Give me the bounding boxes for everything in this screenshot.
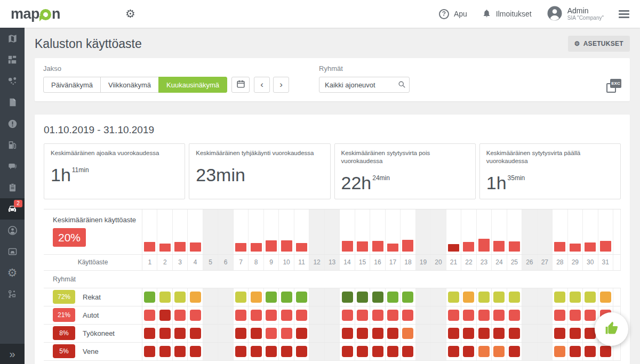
utilization-bar[interactable] — [402, 240, 413, 252]
utilization-square[interactable] — [281, 292, 292, 303]
bar-cell-day-23[interactable] — [477, 209, 492, 254]
group-cell-day-3[interactable] — [173, 343, 188, 360]
group-cell-day-31[interactable] — [598, 288, 613, 306]
group-cell-day-9[interactable] — [264, 343, 279, 360]
group-cell-day-15[interactable] — [355, 306, 370, 324]
bar-cell-day-30[interactable] — [583, 209, 598, 254]
group-cell-day-14[interactable] — [340, 306, 355, 324]
group-cell-day-8[interactable] — [249, 325, 263, 342]
topbar-gear-icon[interactable]: ⚙ — [125, 7, 135, 20]
group-cell-day-18[interactable] — [401, 325, 415, 342]
group-cell-day-13[interactable] — [325, 288, 340, 306]
utilization-square[interactable] — [570, 346, 581, 357]
group-cell-day-15[interactable] — [355, 288, 370, 306]
utilization-square[interactable] — [554, 346, 565, 357]
utilization-square[interactable] — [159, 346, 171, 357]
utilization-square[interactable] — [174, 310, 186, 321]
group-cell-day-21[interactable] — [446, 343, 461, 360]
period-week-button[interactable]: Viikkonäkymä — [100, 77, 159, 93]
utilization-square[interactable] — [235, 310, 246, 321]
utilization-bar[interactable] — [493, 241, 505, 252]
group-cell-day-4[interactable] — [188, 343, 203, 360]
group-name[interactable]: Autot — [83, 311, 99, 319]
group-cell-day-27[interactable] — [538, 288, 553, 306]
group-cell-day-7[interactable] — [234, 343, 249, 360]
group-cell-day-14[interactable] — [340, 325, 355, 342]
utilization-square[interactable] — [190, 328, 201, 339]
sidebar-item-alerts[interactable] — [0, 113, 25, 134]
group-cell-day-3[interactable] — [173, 288, 188, 306]
utilization-square[interactable] — [570, 292, 581, 303]
bar-cell-day-13[interactable] — [325, 209, 340, 254]
sidebar-item-dashboard[interactable] — [0, 49, 25, 70]
group-cell-day-5[interactable] — [203, 325, 218, 342]
utilization-bar[interactable] — [144, 242, 155, 252]
group-cell-day-15[interactable] — [355, 325, 370, 342]
group-cell-day-11[interactable] — [294, 325, 309, 342]
group-cell-day-13[interactable] — [325, 306, 340, 324]
utilization-square[interactable] — [144, 328, 155, 339]
utilization-square[interactable] — [570, 328, 581, 339]
bar-cell-day-21[interactable] — [446, 209, 461, 254]
group-cell-day-19[interactable] — [416, 343, 431, 360]
utilization-square[interactable] — [493, 328, 505, 339]
group-cell-day-10[interactable] — [279, 343, 294, 360]
hamburger-menu-icon[interactable] — [619, 9, 629, 20]
utilization-square[interactable] — [190, 292, 201, 303]
bar-cell-day-25[interactable] — [507, 209, 522, 254]
utilization-square[interactable] — [448, 310, 459, 321]
group-cell-day-20[interactable] — [431, 288, 446, 306]
bar-cell-day-9[interactable] — [264, 209, 279, 254]
next-period-button[interactable]: › — [273, 77, 289, 93]
utilization-square[interactable] — [357, 346, 368, 357]
utilization-square[interactable] — [251, 328, 262, 339]
group-cell-day-12[interactable] — [309, 343, 324, 360]
sidebar-item-documents[interactable] — [0, 92, 25, 113]
group-cell-day-26[interactable] — [522, 343, 537, 360]
utilization-bar[interactable] — [372, 241, 383, 252]
utilization-square[interactable] — [266, 328, 277, 339]
utilization-square[interactable] — [478, 346, 490, 357]
period-day-button[interactable]: Päivänäkymä — [43, 77, 101, 93]
group-cell-day-2[interactable] — [157, 343, 172, 360]
utilization-square[interactable] — [190, 346, 201, 357]
group-cell-day-20[interactable] — [431, 306, 446, 324]
utilization-square[interactable] — [372, 292, 383, 303]
mapon-logo[interactable]: mapn — [11, 6, 60, 22]
bar-cell-day-19[interactable] — [416, 209, 431, 254]
group-cell-day-25[interactable] — [507, 288, 522, 306]
utilization-square[interactable] — [509, 328, 520, 339]
utilization-square[interactable] — [463, 310, 474, 321]
group-cell-day-10[interactable] — [279, 306, 294, 324]
group-cell-day-26[interactable] — [522, 325, 537, 342]
utilization-bar[interactable] — [554, 242, 565, 252]
sidebar-item-fuel[interactable] — [0, 134, 25, 156]
group-cell-day-10[interactable] — [279, 288, 294, 306]
group-cell-day-30[interactable] — [583, 343, 598, 360]
group-cell-day-5[interactable] — [203, 288, 218, 306]
bar-cell-day-12[interactable] — [309, 209, 324, 254]
utilization-square[interactable] — [372, 328, 383, 339]
group-cell-day-14[interactable] — [340, 343, 355, 360]
calendar-button[interactable] — [231, 77, 250, 93]
feedback-fab-button[interactable] — [595, 312, 628, 346]
group-cell-day-4[interactable] — [188, 288, 203, 306]
group-cell-day-1[interactable] — [142, 343, 157, 360]
bar-cell-day-31[interactable] — [598, 209, 613, 254]
group-cell-day-23[interactable] — [477, 288, 492, 306]
utilization-square[interactable] — [235, 292, 246, 303]
group-cell-day-17[interactable] — [386, 306, 401, 324]
utilization-square[interactable] — [585, 292, 596, 303]
group-cell-day-24[interactable] — [492, 343, 507, 360]
sidebar-item-routes[interactable] — [0, 70, 25, 92]
utilization-square[interactable] — [387, 328, 398, 339]
utilization-square[interactable] — [448, 328, 459, 339]
group-cell-day-15[interactable] — [355, 343, 370, 360]
bar-cell-day-7[interactable] — [234, 209, 249, 254]
group-cell-day-3[interactable] — [173, 306, 188, 324]
utilization-bar[interactable] — [448, 244, 459, 252]
utilization-square[interactable] — [144, 346, 155, 357]
group-cell-day-24[interactable] — [492, 325, 507, 342]
utilization-square[interactable] — [357, 328, 368, 339]
bar-cell-day-17[interactable] — [386, 209, 401, 254]
